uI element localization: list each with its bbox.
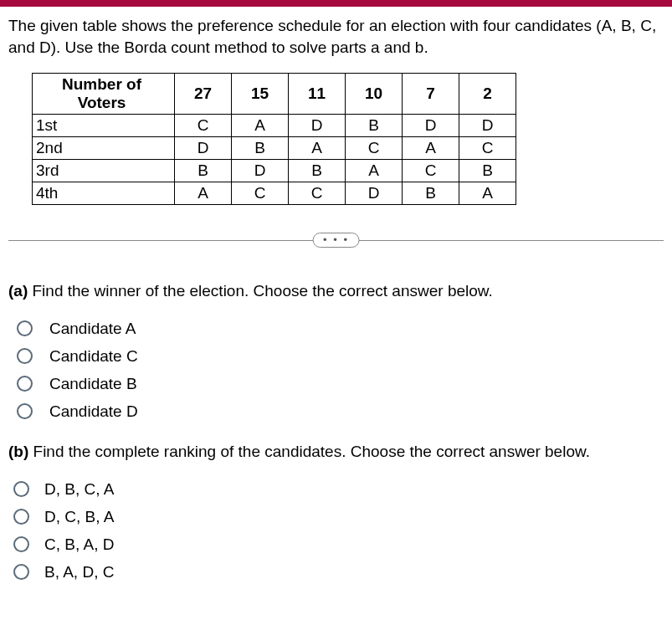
option-b-0[interactable]: D, B, C, A bbox=[13, 481, 664, 497]
cell: A bbox=[232, 115, 289, 137]
col-header: 10 bbox=[346, 74, 403, 115]
col-header: 2 bbox=[459, 74, 516, 115]
top-accent-bar bbox=[0, 0, 672, 7]
radio-icon[interactable] bbox=[17, 348, 33, 364]
cell: B bbox=[289, 160, 346, 182]
option-a-1[interactable]: Candidate C bbox=[17, 348, 664, 364]
cell: C bbox=[346, 137, 403, 160]
cell: B bbox=[175, 160, 232, 182]
radio-icon[interactable] bbox=[17, 376, 33, 392]
table-header-row: Number of Voters 27 15 11 10 7 2 bbox=[33, 74, 516, 115]
option-label: Candidate D bbox=[49, 403, 138, 419]
cell: C bbox=[232, 182, 289, 205]
question-a-label: (a) bbox=[8, 282, 28, 300]
question-b-text: Find the complete ranking of the candida… bbox=[28, 443, 590, 460]
row-label: 3rd bbox=[33, 160, 175, 182]
option-label: B, A, D, C bbox=[44, 564, 114, 580]
radio-icon[interactable] bbox=[13, 481, 29, 497]
question-a-text: Find the winner of the election. Choose … bbox=[28, 282, 493, 300]
option-b-2[interactable]: C, B, A, D bbox=[13, 536, 664, 552]
radio-icon[interactable] bbox=[13, 509, 29, 525]
cell: A bbox=[403, 137, 459, 160]
table-row: 3rd B D B A C B bbox=[33, 160, 516, 182]
option-b-1[interactable]: D, C, B, A bbox=[13, 509, 664, 525]
table-row: 1st C A D B D D bbox=[33, 115, 516, 137]
cell: D bbox=[175, 137, 232, 160]
expand-pill[interactable]: • • • bbox=[312, 233, 360, 248]
option-a-0[interactable]: Candidate A bbox=[17, 320, 664, 336]
option-a-3[interactable]: Candidate D bbox=[17, 403, 664, 419]
cell: A bbox=[459, 182, 516, 205]
col-header: 27 bbox=[175, 74, 232, 115]
option-label: Candidate A bbox=[49, 320, 136, 336]
table-row: 2nd D B A C A C bbox=[33, 137, 516, 160]
cell: B bbox=[459, 160, 516, 182]
cell: D bbox=[403, 115, 459, 137]
row-label: 4th bbox=[33, 182, 175, 205]
cell: D bbox=[289, 115, 346, 137]
cell: C bbox=[459, 137, 516, 160]
section-divider: • • • bbox=[8, 228, 664, 252]
question-b: (b) Find the complete ranking of the can… bbox=[8, 443, 664, 461]
preference-table: Number of Voters 27 15 11 10 7 2 1st C A… bbox=[32, 73, 516, 205]
header-label: Number of Voters bbox=[33, 74, 175, 115]
cell: B bbox=[232, 137, 289, 160]
question-a: (a) Find the winner of the election. Cho… bbox=[8, 282, 664, 300]
option-label: D, C, B, A bbox=[44, 509, 114, 525]
cell: C bbox=[403, 160, 459, 182]
radio-icon[interactable] bbox=[13, 536, 29, 552]
options-b: D, B, C, A D, C, B, A C, B, A, D B, A, D… bbox=[8, 481, 664, 580]
content-area: The given table shows the preference sch… bbox=[0, 7, 672, 612]
cell: B bbox=[403, 182, 459, 205]
col-header: 11 bbox=[289, 74, 346, 115]
option-label: Candidate B bbox=[49, 376, 137, 392]
radio-icon[interactable] bbox=[17, 320, 33, 336]
option-b-3[interactable]: B, A, D, C bbox=[13, 564, 664, 580]
option-a-2[interactable]: Candidate B bbox=[17, 376, 664, 392]
row-label: 2nd bbox=[33, 137, 175, 160]
preference-table-wrap: Number of Voters 27 15 11 10 7 2 1st C A… bbox=[32, 73, 664, 205]
col-header: 7 bbox=[403, 74, 459, 115]
option-label: D, B, C, A bbox=[44, 481, 114, 497]
cell: D bbox=[346, 182, 403, 205]
cell: A bbox=[289, 137, 346, 160]
question-b-label: (b) bbox=[8, 443, 28, 460]
problem-statement: The given table shows the preference sch… bbox=[8, 15, 664, 58]
options-a: Candidate A Candidate C Candidate B Cand… bbox=[8, 320, 664, 419]
cell: A bbox=[346, 160, 403, 182]
option-label: Candidate C bbox=[49, 348, 138, 364]
radio-icon[interactable] bbox=[13, 564, 29, 580]
cell: D bbox=[459, 115, 516, 137]
cell: C bbox=[175, 115, 232, 137]
cell: B bbox=[346, 115, 403, 137]
option-label: C, B, A, D bbox=[44, 536, 114, 552]
table-row: 4th A C C D B A bbox=[33, 182, 516, 205]
col-header: 15 bbox=[232, 74, 289, 115]
cell: A bbox=[175, 182, 232, 205]
cell: C bbox=[289, 182, 346, 205]
radio-icon[interactable] bbox=[17, 403, 33, 419]
cell: D bbox=[232, 160, 289, 182]
row-label: 1st bbox=[33, 115, 175, 137]
